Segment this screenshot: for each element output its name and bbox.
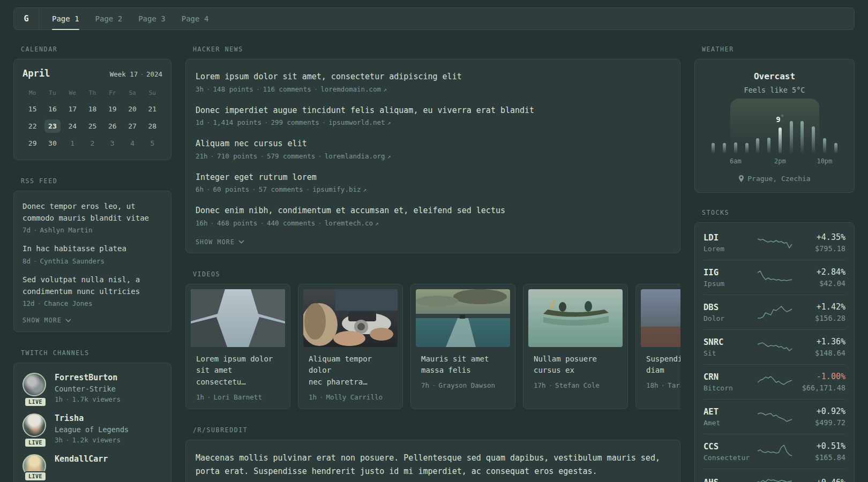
rss-item-meta: 12d·Chance Jones [23,299,162,307]
twitch-channel-row[interactable]: LIVE KendallCarr [23,454,162,478]
stock-row[interactable]: SNRCSit +1.36%$148.64 [704,329,845,364]
video-title[interactable]: Suspendissediam [646,353,680,376]
stock-symbol[interactable]: CCS [704,442,755,451]
weather-bar [823,138,826,153]
rss-show-more-button[interactable]: SHOW MORE [23,317,162,324]
stocks-widget: LDILorem +4.35%$795.18 IIGIpsum +2.84%$4… [694,222,855,482]
stock-name: Bitcorn [704,384,755,392]
calendar-section: CALENDAR April Week 17·2024 MoTuWeThFrSa… [13,46,171,160]
stock-row[interactable]: AHS +0.46% [704,469,845,482]
calendar-day: 25 [84,119,100,133]
tab-page-1[interactable]: Page 1 [52,8,79,29]
hn-item-title[interactable]: Donec imperdiet augue tincidunt felis al… [196,104,670,117]
middle-column: HACKER NEWS Lorem ipsum dolor sit amet, … [185,46,680,482]
stock-symbol[interactable]: IIG [704,268,755,277]
app-logo[interactable]: G [14,8,39,29]
stock-row[interactable]: IIGIpsum +2.84%$42.04 [704,260,845,295]
stock-symbol[interactable]: AET [704,407,755,417]
calendar-day: 29 [25,137,41,150]
twitch-channel-name[interactable]: KendallCarr [55,454,108,464]
nav-divider [39,8,39,29]
video-thumbnail[interactable] [416,289,510,347]
rss-item[interactable]: Donec tempor eros leo, ut commodo mauris… [23,201,162,234]
hn-item-meta: 6h·60 points·57 comments·ipsumify.biz↗ [196,185,670,193]
stock-symbol[interactable]: SNRC [704,337,755,347]
video-card[interactable]: Aliquam tempor dolornec pharetra… 1h·Mol… [298,284,403,409]
hn-item-title[interactable]: Lorem ipsum dolor sit amet, consectetur … [196,71,670,83]
weather-bar-slot [741,106,752,153]
hn-item-domain-link[interactable]: loremdomain.com [320,85,381,93]
hn-item-meta: 3h·148 points·116 comments·loremdomain.c… [196,85,670,93]
hackernews-section-label: HACKER NEWS [193,46,680,53]
stock-symbol[interactable]: CRN [704,372,755,382]
rss-item-title[interactable]: Sed volutpat nulla nisl, a condimentum n… [23,274,162,297]
calendar-day: 18 [84,102,100,116]
video-thumbnail[interactable] [303,289,398,347]
stock-row[interactable]: DBSDolor +1.42%$156.28 [704,295,845,329]
stock-change: +0.46% [794,478,845,482]
calendar-grid: MoTuWeThFrSaSu15161718192021222324252627… [23,87,162,150]
stock-symbol[interactable]: AHS [704,478,755,482]
calendar-day: 5 [144,137,160,150]
stock-symbol[interactable]: LDI [704,233,755,243]
video-card[interactable]: Mauris sit ametmassa felis 7h·Grayson Da… [410,284,515,409]
stock-row[interactable]: LDILorem +4.35%$795.18 [704,225,845,260]
weather-chart: 9° [708,106,841,153]
calendar-weekday: Fr [109,87,116,99]
stock-row[interactable]: AETAmet +0.92%$499.72 [704,399,845,434]
hn-item-domain-link[interactable]: loremtech.co [325,219,373,227]
right-column: WEATHER Overcast Feels like 5°C 9° 6am2p… [694,46,855,482]
tab-page-3[interactable]: Page 3 [138,8,166,29]
video-thumbnail[interactable] [641,289,680,347]
hn-item-title[interactable]: Integer eget rutrum lorem [196,171,670,184]
rss-item-title[interactable]: Donec tempor eros leo, ut commodo mauris… [23,201,162,224]
twitch-channel-row[interactable]: LIVE ForrestBurton Counter-Strike 1h·1.7… [23,373,162,403]
video-thumbnail[interactable] [191,289,285,347]
stock-row[interactable]: CCSConsectetur +0.51%$165.84 [704,434,845,469]
videos-section-label: VIDEOS [193,270,680,278]
rss-item-title[interactable]: In hac habitasse platea [23,243,162,255]
calendar-day: 24 [64,119,80,133]
weather-bar-slot [708,106,719,153]
hn-item-title[interactable]: Donec enim nibh, condimentum et accumsan… [196,205,670,217]
rss-item[interactable]: In hac habitasse platea 8d·Cynthia Saund… [23,243,162,265]
stock-change: +1.42% [794,302,845,312]
hn-item-domain-link[interactable]: loremlandia.org [325,152,385,160]
stocks-section: STOCKS LDILorem +4.35%$795.18 IIGIpsum +… [694,209,855,482]
video-title[interactable]: Mauris sit ametmassa felis [421,353,505,376]
weather-bar-slot [719,106,730,153]
video-title[interactable]: Lorem ipsum dolorsit amet consectetu… [196,353,280,388]
twitch-channel-meta: 3h·1.2k viewers [55,436,129,444]
video-card[interactable]: Suspendissediam 18h·Tara [635,284,680,409]
stock-symbol[interactable]: DBS [704,303,755,312]
hn-item-meta: 16h·468 points·440 comments·loremtech.co… [196,219,670,227]
hn-item-domain-link[interactable]: ipsumify.biz [312,185,361,193]
tab-page-4[interactable]: Page 4 [182,8,209,29]
rss-item-meta: 8d·Cynthia Saunders [23,257,162,265]
video-card[interactable]: Nullam posuerecursus ex 17h·Stefan Cole [523,284,628,409]
stock-row[interactable]: CRNBitcorn -1.00%$66,171.48 [704,364,845,399]
weather-bar [756,138,759,153]
twitch-channel-name[interactable]: ForrestBurton [55,373,121,382]
twitch-channel-name[interactable]: Trisha [55,413,129,423]
video-thumbnail[interactable] [528,289,623,347]
weather-bar [812,126,815,153]
video-title[interactable]: Aliquam tempor dolornec pharetra… [309,353,392,388]
video-title[interactable]: Nullam posuerecursus ex [534,353,617,376]
twitch-channel-row[interactable]: LIVE Trisha League of Legends 3h·1.2k vi… [23,413,162,444]
calendar-day: 17 [64,102,80,116]
hn-show-more-button[interactable]: SHOW MORE [196,238,670,246]
external-link-icon: ↗ [387,119,391,126]
rss-item[interactable]: Sed volutpat nulla nisl, a condimentum n… [23,274,162,307]
twitch-section: TWITCH CHANNELS LIVE ForrestBurton Count… [13,349,171,482]
video-card[interactable]: Lorem ipsum dolorsit amet consectetu… 1h… [185,284,290,409]
hn-item-title[interactable]: Aliquam nec cursus elit [196,138,670,150]
stock-change: -1.00% [794,372,845,381]
weather-bar [767,138,770,153]
twitch-channel-meta: 1h·1.7k viewers [55,395,121,403]
calendar-section-label: CALENDAR [21,46,171,53]
hn-item-domain-link[interactable]: ipsumworld.net [328,118,385,126]
subreddit-post-title[interactable]: Maecenas mollis pulvinar erat non posuer… [196,451,670,479]
tab-page-2[interactable]: Page 2 [95,8,123,29]
stock-sparkline [758,444,792,459]
